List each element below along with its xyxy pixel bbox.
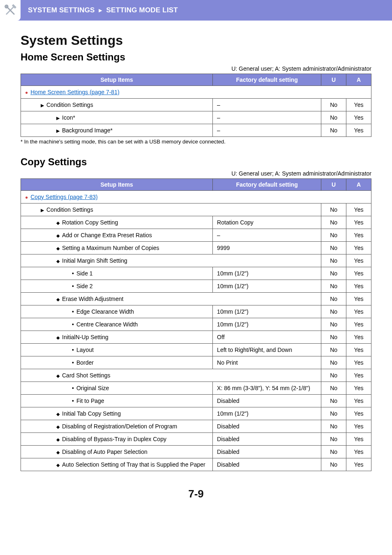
setup-item-cell: Background Image* xyxy=(21,124,213,137)
setup-item-cell: Erase Width Adjustment xyxy=(21,293,321,305)
a-cell: Yes xyxy=(346,395,371,407)
u-cell: No xyxy=(321,344,346,356)
th-factory: Factory default setting xyxy=(213,74,321,86)
th-factory: Factory default setting xyxy=(213,179,321,191)
u-cell: No xyxy=(321,420,346,433)
u-cell: No xyxy=(321,356,346,369)
group-link[interactable]: Home Screen Settings (page 7-81) xyxy=(30,89,119,95)
factory-default-cell: 10mm (1/2") xyxy=(213,267,321,280)
a-cell: Yes xyxy=(346,305,371,318)
breadcrumb-part-2[interactable]: SETTING MODE LIST xyxy=(106,6,178,14)
setup-item-cell: Card Shot Settings xyxy=(21,369,321,382)
setup-item-cell: Disabling of Registration/Deletion of Pr… xyxy=(21,420,213,433)
setup-item-label: Side 2 xyxy=(72,283,93,289)
a-cell: Yes xyxy=(346,99,371,111)
factory-default-cell: 10mm (1/2") xyxy=(213,305,321,318)
a-cell: Yes xyxy=(346,344,371,356)
a-cell: Yes xyxy=(346,356,371,369)
factory-default-cell: Disabled xyxy=(213,458,321,471)
table-row: Disabling of Bypass-Tray in Duplex CopyD… xyxy=(21,433,371,446)
a-cell: Yes xyxy=(346,242,371,254)
factory-default-cell: 10mm (1/2") xyxy=(213,407,321,420)
th-u: U xyxy=(321,74,346,86)
u-cell: No xyxy=(321,395,346,407)
setup-item-label: Border xyxy=(72,359,94,366)
a-cell: Yes xyxy=(346,382,371,395)
u-cell: No xyxy=(321,111,346,124)
table-row: Side 110mm (1/2")NoYes xyxy=(21,267,371,280)
u-cell: No xyxy=(321,280,346,293)
setup-item-cell: Edge Clearance Width xyxy=(21,305,213,318)
a-cell: Yes xyxy=(346,204,371,216)
table-row: BorderNo PrintNoYes xyxy=(21,356,371,369)
setup-item-label: Icon* xyxy=(56,114,75,121)
setup-item-label: Rotation Copy Setting xyxy=(56,219,118,226)
setup-item-label: Background Image* xyxy=(56,127,113,134)
setup-item-cell: InitialN-Up Setting xyxy=(21,331,213,344)
copy-settings-table: Setup Items Factory default setting U A … xyxy=(21,178,371,471)
setup-item-label: Side 1 xyxy=(72,270,93,277)
th-setup: Setup Items xyxy=(21,179,213,191)
factory-default-cell: Off xyxy=(213,331,321,344)
table-row: Side 210mm (1/2")NoYes xyxy=(21,280,371,293)
table-row: Centre Clearance Width10mm (1/2")NoYes xyxy=(21,318,371,331)
factory-default-cell: 9999 xyxy=(213,242,321,254)
u-cell: No xyxy=(321,229,346,242)
a-cell: Yes xyxy=(346,216,371,229)
table-row: Auto Selection Setting of Tray that is S… xyxy=(21,458,371,471)
u-cell: No xyxy=(321,216,346,229)
table-row: Copy Settings (page 7-83) xyxy=(21,191,371,204)
factory-default-cell: Disabled xyxy=(213,433,321,446)
table-row: Erase Width AdjustmentNoYes xyxy=(21,293,371,305)
a-cell: Yes xyxy=(346,280,371,293)
u-cell: No xyxy=(321,331,346,344)
setup-item-cell: Centre Clearance Width xyxy=(21,318,213,331)
th-a: A xyxy=(346,179,371,191)
u-cell: No xyxy=(321,446,346,458)
setup-item-label: Disabling of Bypass-Tray in Duplex Copy xyxy=(56,436,166,442)
a-cell: Yes xyxy=(346,111,371,124)
table-row: Edge Clearance Width10mm (1/2")NoYes xyxy=(21,305,371,318)
setup-item-label: Card Shot Settings xyxy=(56,372,111,379)
u-cell: No xyxy=(321,254,346,267)
table-row: Home Screen Settings (page 7-81) xyxy=(21,86,371,99)
u-cell: No xyxy=(321,407,346,420)
setup-item-cell: Side 1 xyxy=(21,267,213,280)
table-row: LayoutLeft to Right/Right, and DownNoYes xyxy=(21,344,371,356)
a-cell: Yes xyxy=(346,458,371,471)
a-cell: Yes xyxy=(346,420,371,433)
a-cell: Yes xyxy=(346,446,371,458)
table-header-row: Setup Items Factory default setting U A xyxy=(21,179,371,191)
a-cell: Yes xyxy=(346,124,371,137)
home-settings-table: Setup Items Factory default setting U A … xyxy=(21,74,371,137)
setup-item-label: Condition Settings xyxy=(41,102,93,108)
setup-item-cell: Initial Margin Shift Setting xyxy=(21,254,321,267)
factory-default-cell: No Print xyxy=(213,356,321,369)
table-row: Background Image*–NoYes xyxy=(21,124,371,137)
setup-item-label: Condition Settings xyxy=(41,206,93,213)
setup-item-label: Layout xyxy=(72,347,94,353)
a-cell: Yes xyxy=(346,407,371,420)
setup-item-cell: Disabling of Bypass-Tray in Duplex Copy xyxy=(21,433,213,446)
u-cell: No xyxy=(321,318,346,331)
u-cell: No xyxy=(321,267,346,280)
factory-default-cell: – xyxy=(213,111,321,124)
factory-default-cell: 10mm (1/2") xyxy=(213,318,321,331)
setup-item-cell: Icon* xyxy=(21,111,213,124)
tools-icon xyxy=(0,0,21,21)
table-header-row: Setup Items Factory default setting U A xyxy=(21,74,371,86)
group-link[interactable]: Copy Settings (page 7-83) xyxy=(30,194,97,200)
page-number: 7-9 xyxy=(0,488,392,500)
u-cell: No xyxy=(321,99,346,111)
th-u: U xyxy=(321,179,346,191)
setup-item-label: Edge Clearance Width xyxy=(72,308,134,315)
factory-default-cell: X: 86 mm (3-3/8"), Y: 54 mm (2-1/8") xyxy=(213,382,321,395)
a-cell: Yes xyxy=(346,318,371,331)
setup-item-label: InitialN-Up Setting xyxy=(56,334,108,340)
breadcrumb-part-1[interactable]: SYSTEM SETTINGS xyxy=(28,6,95,14)
u-cell: No xyxy=(321,293,346,305)
table-row: InitialN-Up SettingOffNoYes xyxy=(21,331,371,344)
a-cell: Yes xyxy=(346,331,371,344)
setup-item-label: Centre Clearance Width xyxy=(72,321,138,328)
a-cell: Yes xyxy=(346,254,371,267)
